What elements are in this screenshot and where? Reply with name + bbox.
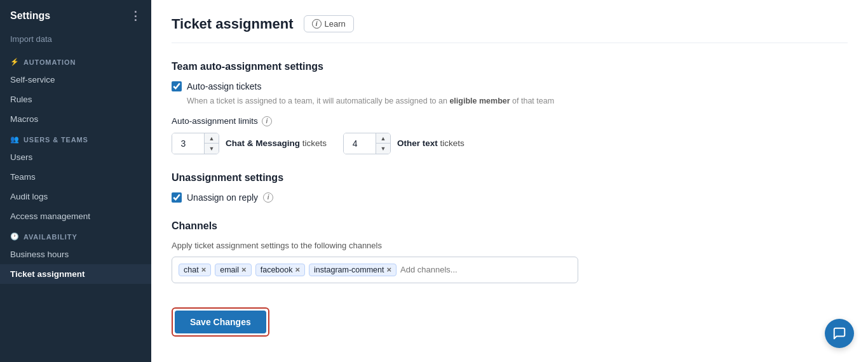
chat-bubble-icon bbox=[832, 326, 846, 340]
auto-assign-checkbox[interactable] bbox=[172, 81, 182, 91]
chat-limit-up[interactable]: ▲ bbox=[205, 133, 219, 144]
unassignment-section: Unassignment settings Unassign on reply … bbox=[172, 172, 848, 203]
page-title: Ticket assignment bbox=[172, 16, 294, 32]
unassign-info-icon[interactable]: i bbox=[263, 192, 273, 203]
chat-limit-type: Chat & Messaging tickets bbox=[226, 138, 327, 148]
channel-tag-email-remove[interactable]: × bbox=[241, 265, 247, 274]
channel-tag-email-label: email bbox=[220, 265, 239, 274]
unassign-checkbox-row: Unassign on reply i bbox=[172, 192, 848, 203]
channel-tag-instagram-comment: instagram-comment × bbox=[309, 264, 397, 276]
limits-label-text: Auto-assignment limits bbox=[172, 116, 258, 126]
clock-icon: 🕐 bbox=[10, 232, 20, 241]
save-btn-wrap: Save Changes bbox=[172, 307, 269, 337]
other-limit-down[interactable]: ▼ bbox=[376, 143, 390, 154]
other-limit-spinner: ▲ ▼ bbox=[376, 133, 390, 154]
other-limit-input-wrap: 4 ▲ ▼ bbox=[343, 133, 391, 154]
channel-tag-instagram-comment-label: instagram-comment bbox=[314, 265, 384, 274]
limits-row: 3 ▲ ▼ Chat & Messaging tickets 4 ▲ ▼ Oth… bbox=[172, 133, 848, 154]
chat-limit-input[interactable]: 3 bbox=[172, 133, 204, 154]
sidebar-header: Settings ⋮ bbox=[0, 0, 151, 32]
sidebar-title: Settings bbox=[10, 10, 50, 22]
unassignment-title: Unassignment settings bbox=[172, 172, 848, 184]
sidebar-item-access-management[interactable]: Access management bbox=[0, 206, 151, 226]
auto-assign-label[interactable]: Auto-assign tickets bbox=[187, 81, 262, 91]
page-header: Ticket assignment i Learn bbox=[172, 15, 848, 43]
learn-label: Learn bbox=[325, 19, 346, 29]
sidebar-item-ticket-assignment[interactable]: Ticket assignment bbox=[0, 264, 151, 284]
sidebar-item-macros[interactable]: Macros bbox=[0, 109, 151, 129]
auto-assignment-section: Team auto-assignment settings Auto-assig… bbox=[172, 61, 848, 154]
auto-assign-desc-before: When a ticket is assigned to a team, it … bbox=[187, 97, 447, 105]
auto-assign-checkbox-row: Auto-assign tickets bbox=[172, 81, 848, 91]
auto-assignment-title: Team auto-assignment settings bbox=[172, 61, 848, 72]
limits-info-icon[interactable]: i bbox=[262, 116, 272, 126]
auto-assign-desc: When a ticket is assigned to a team, it … bbox=[187, 95, 848, 107]
save-btn-outer-border: Save Changes bbox=[172, 307, 269, 337]
unassign-label[interactable]: Unassign on reply bbox=[187, 192, 258, 203]
lightning-icon: ⚡ bbox=[10, 58, 20, 66]
sidebar-item-users[interactable]: Users bbox=[0, 147, 151, 167]
other-limit-input[interactable]: 4 bbox=[344, 133, 376, 154]
channels-input-wrap[interactable]: chat × email × facebook × instagram-comm… bbox=[172, 257, 578, 283]
channels-section: Channels Apply ticket assignment setting… bbox=[172, 220, 848, 283]
sidebar-item-rules[interactable]: Rules bbox=[0, 90, 151, 109]
sidebar-section-automation: ⚡ AUTOMATION bbox=[0, 51, 151, 70]
people-icon: 👥 bbox=[10, 135, 20, 144]
info-circle-icon: i bbox=[312, 19, 322, 29]
channel-tag-chat-remove[interactable]: × bbox=[201, 265, 207, 274]
chat-limit-spinner: ▲ ▼ bbox=[204, 133, 219, 154]
sidebar: Settings ⋮ Import data ⚡ AUTOMATION Self… bbox=[0, 0, 151, 362]
other-limit-up[interactable]: ▲ bbox=[376, 133, 390, 144]
sidebar-item-audit-logs[interactable]: Audit logs bbox=[0, 187, 151, 206]
other-limit-type: Other text tickets bbox=[397, 138, 465, 148]
channel-tag-facebook-remove[interactable]: × bbox=[295, 265, 300, 274]
limits-label-row: Auto-assignment limits i bbox=[172, 116, 848, 126]
chat-limit-suffix: tickets bbox=[302, 138, 327, 148]
channels-add-input[interactable] bbox=[400, 265, 507, 274]
learn-button[interactable]: i Learn bbox=[304, 15, 354, 32]
channel-tag-email: email × bbox=[215, 264, 251, 276]
main-content: Ticket assignment i Learn Team auto-assi… bbox=[151, 0, 868, 362]
channel-tag-instagram-comment-remove[interactable]: × bbox=[386, 265, 391, 274]
sidebar-item-business-hours[interactable]: Business hours bbox=[0, 245, 151, 264]
auto-assign-desc-bold: eligible member bbox=[449, 97, 510, 105]
unassign-checkbox[interactable] bbox=[172, 192, 182, 203]
channel-tag-facebook: facebook × bbox=[255, 264, 305, 276]
channel-tag-chat-label: chat bbox=[184, 265, 199, 274]
save-changes-button[interactable]: Save Changes bbox=[175, 311, 266, 333]
chat-limit-input-wrap: 3 ▲ ▼ bbox=[172, 133, 219, 154]
sidebar-section-users-teams: 👥 USERS & TEAMS bbox=[0, 129, 151, 147]
sidebar-menu-icon[interactable]: ⋮ bbox=[130, 9, 141, 23]
channels-title: Channels bbox=[172, 220, 848, 232]
channels-desc: Apply ticket assignment settings to the … bbox=[172, 241, 848, 250]
chat-bubble[interactable] bbox=[825, 319, 854, 348]
sidebar-item-teams[interactable]: Teams bbox=[0, 167, 151, 187]
sidebar-import-data[interactable]: Import data bbox=[0, 32, 151, 51]
other-limit-suffix: tickets bbox=[440, 138, 465, 148]
sidebar-section-availability: 🕐 AVAILABILITY bbox=[0, 226, 151, 245]
sidebar-item-self-service[interactable]: Self-service bbox=[0, 70, 151, 90]
chat-limit-down[interactable]: ▼ bbox=[205, 143, 219, 154]
channel-tag-chat: chat × bbox=[179, 264, 211, 276]
channel-tag-facebook-label: facebook bbox=[261, 265, 293, 274]
